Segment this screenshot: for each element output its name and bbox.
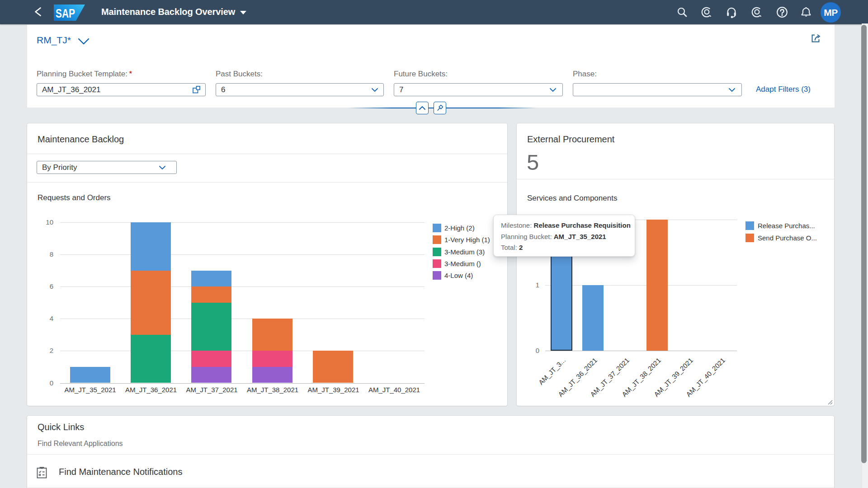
svg-text:SAP: SAP xyxy=(56,7,75,20)
